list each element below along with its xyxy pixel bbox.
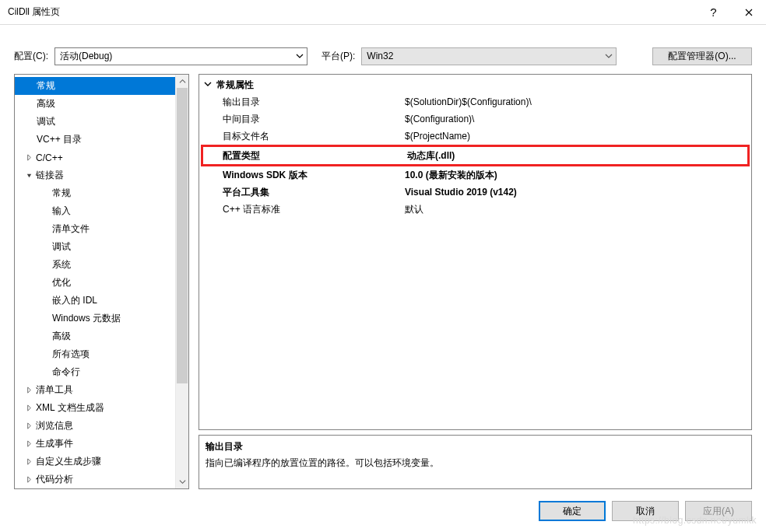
tree-item[interactable]: XML 文档生成器 — [15, 399, 175, 417]
property-name: 输出目录 — [201, 96, 405, 109]
tree-item-label: 优化 — [52, 276, 71, 289]
tree-item-label: XML 文档生成器 — [36, 401, 104, 415]
tree-item[interactable]: 生成事件 — [15, 435, 175, 453]
expander-closed-icon[interactable] — [25, 153, 33, 162]
description-title: 输出目录 — [206, 440, 745, 453]
tree-item[interactable]: 代码分析 — [15, 471, 175, 488]
tree-item-label: 调试 — [52, 240, 71, 254]
ok-button[interactable]: 确定 — [539, 501, 606, 521]
config-value: 活动(Debug) — [60, 50, 112, 63]
tree-item-label: 高级 — [52, 330, 71, 343]
tree-item[interactable]: 所有选项 — [15, 345, 175, 363]
nav-tree: 常规高级调试VC++ 目录C/C++链接器常规输入清单文件调试系统优化嵌入的 I… — [14, 74, 189, 489]
config-manager-button[interactable]: 配置管理器(O)... — [652, 47, 752, 65]
tree-item[interactable]: 常规 — [15, 184, 175, 202]
tree-item[interactable]: 输入 — [15, 202, 175, 220]
property-value: Visual Studio 2019 (v142) — [405, 187, 750, 198]
property-row[interactable]: Windows SDK 版本10.0 (最新安装的版本) — [201, 166, 750, 184]
config-label: 配置(C): — [14, 50, 48, 63]
property-row[interactable]: 配置类型动态库(.dll) — [201, 145, 750, 166]
chevron-down-icon — [204, 79, 212, 90]
help-button[interactable]: ? — [696, 0, 731, 25]
tree-item-label: 命令行 — [52, 366, 80, 379]
tree-item[interactable]: 高级 — [15, 327, 175, 345]
scroll-down-icon[interactable] — [176, 475, 188, 488]
tree-item[interactable]: VC++ 目录 — [15, 131, 175, 149]
tree-item-label: VC++ 目录 — [37, 133, 82, 146]
tree-item-label: 调试 — [37, 115, 55, 128]
tree-item-label: 常规 — [37, 79, 55, 93]
property-value: 动态库(.dll) — [407, 149, 747, 163]
tree-item-label: 高级 — [37, 97, 55, 110]
tree-scrollbar[interactable] — [175, 75, 188, 488]
tree-item[interactable]: C/C++ — [15, 149, 175, 166]
tree-item[interactable]: 调试 — [15, 113, 175, 131]
tree-item[interactable]: 嵌入的 IDL — [15, 292, 175, 310]
platform-combo[interactable]: Win32 — [361, 47, 617, 65]
tree-item-label: 浏览信息 — [36, 419, 73, 432]
chevron-down-icon — [296, 51, 304, 64]
description-panel: 输出目录 指向已编译程序的放置位置的路径。可以包括环境变量。 — [199, 435, 752, 489]
tree-item-label: 嵌入的 IDL — [52, 294, 97, 307]
tree-item[interactable]: Windows 元数据 — [15, 310, 175, 327]
property-name: 配置类型 — [203, 149, 407, 163]
tree-item[interactable]: 浏览信息 — [15, 417, 175, 435]
tree-item[interactable]: 系统 — [15, 256, 175, 274]
tree-item-label: 所有选项 — [52, 348, 90, 361]
property-name: Windows SDK 版本 — [201, 169, 405, 182]
property-row[interactable]: C++ 语言标准默认 — [201, 201, 750, 218]
property-grid: 常规属性 输出目录$(SolutionDir)$(Configuration)\… — [199, 74, 752, 430]
property-row[interactable]: 输出目录$(SolutionDir)$(Configuration)\ — [201, 93, 750, 110]
expander-closed-icon[interactable] — [25, 439, 33, 448]
tree-item[interactable]: 清单工具 — [15, 381, 175, 399]
property-value: $(ProjectName) — [405, 131, 750, 142]
platform-label: 平台(P): — [322, 50, 355, 63]
tree-item[interactable]: 自定义生成步骤 — [15, 453, 175, 471]
config-toolbar: 配置(C): 活动(Debug) 平台(P): Win32 配置管理器(O)..… — [0, 40, 766, 72]
tree-item[interactable]: 命令行 — [15, 363, 175, 381]
expander-open-icon[interactable] — [25, 171, 33, 180]
property-value: 10.0 (最新安装的版本) — [405, 169, 750, 182]
tree-item[interactable]: 调试 — [15, 238, 175, 256]
tree-item[interactable]: 优化 — [15, 274, 175, 292]
tree-item-label: 代码分析 — [36, 473, 73, 486]
scroll-up-icon[interactable] — [176, 75, 188, 88]
property-name: 中间目录 — [201, 113, 405, 126]
tree-item-label: Windows 元数据 — [52, 312, 121, 325]
property-row[interactable]: 中间目录$(Configuration)\ — [201, 110, 750, 128]
scroll-thumb[interactable] — [177, 88, 188, 383]
tree-item-label: C/C++ — [36, 152, 63, 163]
property-value: 默认 — [405, 203, 750, 216]
property-group-header[interactable]: 常规属性 — [201, 76, 750, 93]
property-name: 目标文件名 — [201, 130, 405, 143]
tree-item[interactable]: 常规 — [15, 77, 175, 95]
property-row[interactable]: 目标文件名$(ProjectName) — [201, 128, 750, 145]
tree-item-label: 生成事件 — [36, 437, 73, 450]
config-combo[interactable]: 活动(Debug) — [54, 47, 307, 65]
title-bar: CilDll 属性页 ? — [0, 0, 766, 25]
expander-closed-icon[interactable] — [25, 475, 33, 484]
tree-item-label: 输入 — [52, 205, 71, 218]
property-name: 平台工具集 — [201, 186, 405, 199]
apply-button[interactable]: 应用(A) — [685, 501, 752, 521]
chevron-down-icon — [605, 51, 613, 64]
property-name: C++ 语言标准 — [201, 203, 405, 216]
tree-item-label: 自定义生成步骤 — [36, 455, 101, 468]
tree-item-label: 常规 — [52, 187, 71, 200]
expander-closed-icon[interactable] — [25, 422, 33, 430]
cancel-button[interactable]: 取消 — [612, 501, 679, 521]
tree-item[interactable]: 链接器 — [15, 166, 175, 184]
property-row[interactable]: 平台工具集Visual Studio 2019 (v142) — [201, 184, 750, 201]
tree-item-label: 链接器 — [36, 169, 64, 182]
property-value: $(Configuration)\ — [405, 114, 750, 124]
window-title: CilDll 属性页 — [8, 5, 60, 19]
tree-item-label: 清单工具 — [36, 383, 73, 397]
tree-item[interactable]: 高级 — [15, 95, 175, 113]
expander-closed-icon[interactable] — [25, 404, 33, 412]
close-button[interactable] — [731, 0, 766, 25]
expander-closed-icon[interactable] — [25, 457, 33, 466]
expander-closed-icon[interactable] — [25, 386, 33, 394]
description-body: 指向已编译程序的放置位置的路径。可以包括环境变量。 — [206, 457, 745, 470]
tree-item[interactable]: 清单文件 — [15, 220, 175, 238]
tree-item-label: 系统 — [52, 258, 71, 271]
